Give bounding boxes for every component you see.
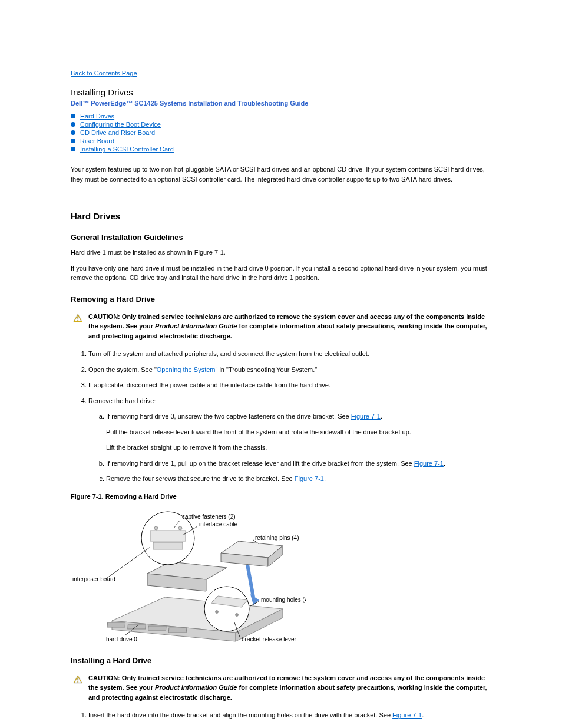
toc-scsi-card[interactable]: Installing a SCSI Controller Card <box>80 146 174 153</box>
caution-icon: ⚠ <box>73 312 82 324</box>
bullet-icon <box>71 147 75 151</box>
step-4c: Remove the four screws that secure the d… <box>106 474 491 484</box>
svg-rect-15 <box>153 542 183 549</box>
bullet-icon <box>71 130 75 135</box>
svg-point-20 <box>216 610 219 613</box>
caution-box: ⚠ CAUTION: Only trained service technici… <box>71 309 491 344</box>
svg-rect-14 <box>150 531 186 541</box>
link-figure-7-1-b[interactable]: Figure 7-1 <box>414 460 444 467</box>
install-step-2: Install the four screws that secure the … <box>88 726 491 729</box>
general-p1: Hard drive 1 must be installed as shown … <box>71 248 491 258</box>
step-3: If applicable, disconnect the power cabl… <box>88 380 491 390</box>
link-figure-7-1-c[interactable]: Figure 7-1 <box>295 475 324 482</box>
toc-boot-device[interactable]: Configuring the Boot Device <box>80 121 161 128</box>
general-p2: If you have only one hard drive it must … <box>71 263 491 283</box>
bullet-icon <box>71 114 75 118</box>
heading-general-guidelines: General Installation Guidelines <box>71 233 491 242</box>
bullet-icon <box>71 122 75 127</box>
caution-icon: ⚠ <box>73 674 82 686</box>
step-4: Remove the hard drive: If removing hard … <box>88 396 491 484</box>
caution-text: CAUTION: Only trained service technician… <box>87 311 490 342</box>
label-mounting: mounting holes (4) <box>261 597 306 603</box>
step-4a: If removing hard drive 0, unscrew the tw… <box>106 411 491 453</box>
divider <box>71 196 491 196</box>
label-captive: captive fasteners (2) <box>182 513 236 520</box>
subtitle: Dell™ PowerEdge™ SC1425 Systems Installa… <box>71 100 491 107</box>
step-1: Turn off the system and attached periphe… <box>88 349 491 359</box>
svg-rect-3 <box>107 622 125 627</box>
label-harddrive: hard drive 0 <box>106 636 137 643</box>
heading-installing: Installing a Hard Drive <box>71 656 491 665</box>
link-figure-7-1-a[interactable]: Figure 7-1 <box>351 413 381 420</box>
label-interface: interface cable <box>199 521 237 528</box>
removal-steps: Turn off the system and attached periphe… <box>71 349 491 484</box>
svg-rect-5 <box>148 626 166 631</box>
toc-hard-drives[interactable]: Hard Drives <box>80 113 114 120</box>
svg-rect-4 <box>128 624 146 629</box>
bullet-icon <box>71 139 75 143</box>
link-opening-system[interactable]: Opening the System <box>157 366 216 373</box>
intro-text: Your system features up to two non-hot-p… <box>71 164 491 184</box>
back-link[interactable]: Back to Contents Page <box>71 70 137 77</box>
toc-cd-riser[interactable]: CD Drive and Riser Board <box>80 129 155 136</box>
svg-point-18 <box>204 587 249 631</box>
step-2: Open the system. See "Opening the System… <box>88 365 491 375</box>
page-title: Installing Drives <box>71 87 491 97</box>
svg-point-16 <box>154 526 158 530</box>
figure-label: Figure 7-1. Removing a Hard Drive <box>71 493 491 500</box>
link-figure-7-1-d[interactable]: Figure 7-1 <box>392 711 422 719</box>
heading-hard-drives: Hard Drives <box>71 211 491 221</box>
label-interposer: interposer board <box>72 576 115 582</box>
step-4b: If removing hard drive 1, pull up on the… <box>106 459 491 469</box>
toc-riser-board[interactable]: Riser Board <box>80 137 114 144</box>
caution-box-2: ⚠ CAUTION: Only trained service technici… <box>71 671 491 705</box>
svg-point-17 <box>178 526 182 530</box>
caution-text-2: CAUTION: Only trained service technician… <box>87 672 490 704</box>
label-release: bracket release lever <box>242 636 296 643</box>
install-steps: Insert the hard drive into the drive bra… <box>71 710 491 728</box>
svg-line-22 <box>105 547 150 579</box>
svg-rect-6 <box>168 628 187 633</box>
install-step-1: Insert the hard drive into the drive bra… <box>88 710 491 720</box>
label-retaining: retaining pins (4) <box>255 535 299 541</box>
svg-point-21 <box>236 613 239 616</box>
figure-7-1: interposer board captive fasteners (2) i… <box>71 506 491 644</box>
heading-removing: Removing a Hard Drive <box>71 295 491 304</box>
toc-list: Hard Drives Configuring the Boot Device … <box>71 113 491 153</box>
